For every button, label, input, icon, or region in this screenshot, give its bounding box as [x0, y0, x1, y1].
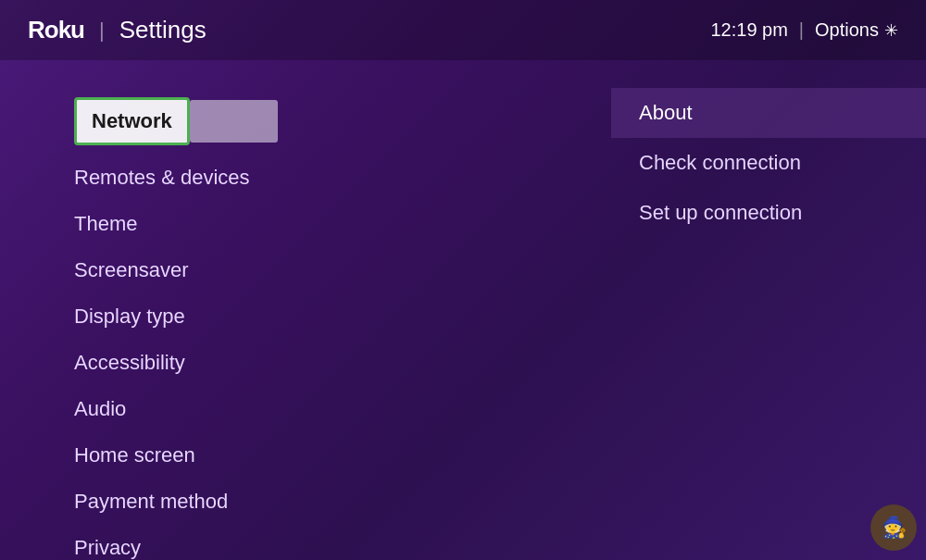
right-item-about[interactable]: About — [611, 88, 926, 138]
sidebar-item-screensaver[interactable]: Screensaver — [0, 247, 296, 293]
roku-logo: Roku — [28, 16, 84, 44]
sidebar-item-payment-method[interactable]: Payment method — [0, 479, 296, 525]
app-header: Roku | Settings 12:19 pm | Options ✳ — [0, 0, 926, 60]
options-button[interactable]: Options ✳ — [815, 19, 898, 41]
check-connection-label: Check connection — [639, 151, 801, 174]
screensaver-label: Screensaver — [74, 258, 189, 281]
asterisk-icon: ✳ — [884, 20, 898, 41]
network-label: Network — [92, 109, 172, 132]
header-pipe: | — [799, 19, 804, 41]
sidebar-item-privacy[interactable]: Privacy — [0, 525, 296, 560]
network-selected-bar — [190, 100, 278, 143]
center-spacer — [296, 79, 611, 541]
right-item-check-connection[interactable]: Check connection — [611, 138, 926, 188]
sidebar-item-accessibility[interactable]: Accessibility — [0, 340, 296, 386]
right-panel: About Check connection Set up connection — [611, 79, 926, 541]
header-divider: | — [99, 19, 105, 43]
right-item-setup-connection[interactable]: Set up connection — [611, 188, 926, 238]
sidebar-item-theme[interactable]: Theme — [0, 201, 296, 247]
remotes-devices-label: Remotes & devices — [74, 166, 250, 189]
theme-label: Theme — [74, 212, 137, 235]
watermark: 🧙 — [870, 504, 917, 551]
payment-method-label: Payment method — [74, 490, 228, 513]
audio-label: Audio — [74, 397, 126, 420]
sidebar-item-audio[interactable]: Audio — [0, 386, 296, 432]
sidebar-item-network[interactable]: Network — [0, 88, 296, 155]
network-selected-box: Network — [74, 97, 190, 145]
about-label: About — [639, 101, 693, 124]
left-menu: Network Remotes & devices Theme Screensa… — [0, 79, 296, 541]
setup-connection-label: Set up connection — [639, 201, 802, 224]
accessibility-label: Accessibility — [74, 351, 185, 374]
home-screen-label: Home screen — [74, 443, 195, 467]
time-display: 12:19 pm — [710, 19, 787, 41]
header-right: 12:19 pm | Options ✳ — [710, 19, 898, 41]
options-label: Options — [815, 19, 879, 41]
sidebar-item-remotes-devices[interactable]: Remotes & devices — [0, 155, 296, 201]
sidebar-item-display-type[interactable]: Display type — [0, 293, 296, 340]
page-title: Settings — [119, 16, 206, 44]
header-left: Roku | Settings — [28, 16, 206, 44]
sidebar-item-home-screen[interactable]: Home screen — [0, 432, 296, 479]
main-content: Network Remotes & devices Theme Screensa… — [0, 60, 926, 560]
privacy-label: Privacy — [74, 536, 141, 559]
display-type-label: Display type — [74, 305, 185, 328]
